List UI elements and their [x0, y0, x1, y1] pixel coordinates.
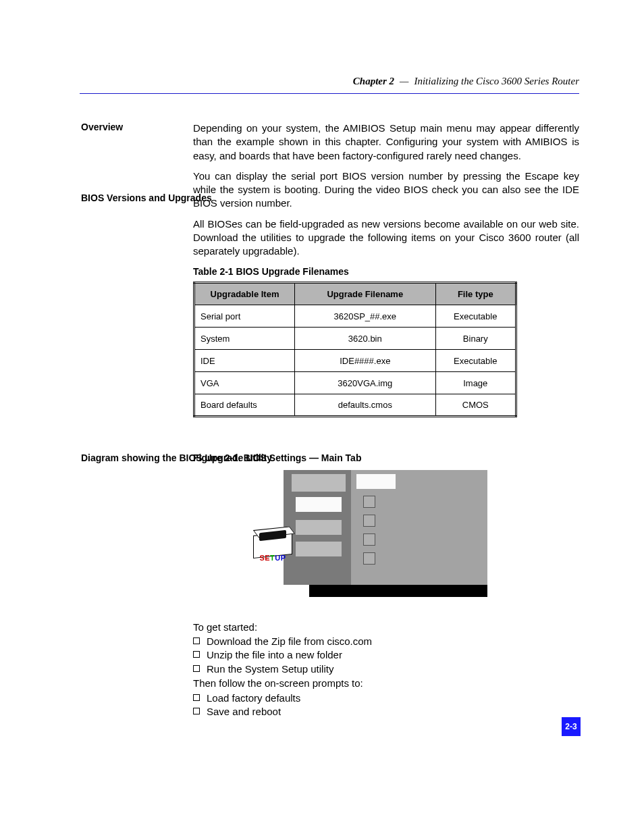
- table-cell: Binary: [435, 328, 516, 350]
- bullet-item: Download the Zip file from cisco.com: [193, 635, 372, 648]
- header-rule: [80, 93, 579, 94]
- header-sep: —: [400, 76, 408, 87]
- table-cell: CMOS: [435, 394, 516, 417]
- table-row: IDE IDE####.exe Executable: [194, 350, 516, 372]
- checkbox-icon: [193, 694, 200, 701]
- table-cell: IDE####.exe: [295, 350, 435, 372]
- diagram-tab: [292, 474, 346, 492]
- bullet-item: Unzip the file into a new folder: [193, 648, 372, 662]
- table-cell: 3620.bin: [295, 328, 435, 350]
- table-header-row: Upgradable Item Upgrade Filename File ty…: [194, 283, 516, 305]
- table-cell: IDE: [194, 350, 295, 372]
- diagram-button-2: [296, 520, 342, 535]
- bullet-group-1: Download the Zip file from cisco.com Unz…: [193, 635, 372, 676]
- table-header-1: Upgradable Item: [194, 283, 295, 305]
- diagram-checkbox-4: [363, 552, 375, 565]
- bios-diagram: [284, 470, 487, 602]
- bullet-text: Load factory defaults: [207, 692, 300, 705]
- table-cell: Image: [435, 372, 516, 394]
- diagram-checkbox-3: [363, 533, 375, 546]
- paragraph-2: You can display the serial port BIOS ver…: [193, 170, 579, 211]
- checkbox-icon: [193, 665, 200, 672]
- diagram-button-3: [296, 542, 342, 556]
- bullet-text: Save and reboot: [207, 705, 281, 719]
- table-cell: VGA: [194, 372, 295, 394]
- table-header-2: Upgrade Filename: [295, 283, 435, 305]
- checkbox-icon: [193, 637, 200, 644]
- bullet-item: Save and reboot: [193, 705, 300, 719]
- diagram-checkbox-1: [363, 496, 375, 508]
- table-cell: Executable: [435, 350, 516, 372]
- table-row: System 3620.bin Binary: [194, 328, 516, 350]
- table-cell: Executable: [435, 305, 516, 328]
- table-header-3: File type: [435, 283, 516, 305]
- bios-table: Upgradable Item Upgrade Filename File ty…: [193, 282, 517, 417]
- bullets-intro: To get started:: [193, 621, 257, 633]
- diagram-heading: [356, 474, 396, 489]
- table-cell: Board defaults: [194, 394, 295, 417]
- paragraph-1: Depending on your system, the AMIBIOS Se…: [193, 122, 579, 163]
- table-cell: System: [194, 328, 295, 350]
- section-label-bios: BIOS Versions and Upgrades: [81, 192, 212, 203]
- bullet-item: Run the System Setup utility: [193, 662, 372, 676]
- section-label-overview: Overview: [81, 122, 123, 132]
- table-cell: 3620VGA.img: [295, 372, 435, 394]
- bullets-middle-line: Then follow the on-screen prompts to:: [193, 677, 363, 689]
- setup-icon-label: SETUP: [253, 554, 292, 562]
- table-row: VGA 3620VGA.img Image: [194, 372, 516, 394]
- header-title: Initializing the Cisco 3600 Series Route…: [414, 76, 579, 87]
- table-row: Serial port 3620SP_##.exe Executable: [194, 305, 516, 328]
- bullet-text: Unzip the file into a new folder: [207, 648, 342, 662]
- diagram-button-1: [296, 497, 342, 512]
- checkbox-icon: [193, 651, 200, 658]
- table-caption: Table 2-1 BIOS Upgrade Filenames: [193, 266, 349, 277]
- bullet-text: Run the System Setup utility: [207, 662, 333, 676]
- diagram-footer: [309, 585, 487, 597]
- paragraph-3: All BIOSes can be field-upgraded as new …: [193, 217, 579, 259]
- diagram-checkbox-2: [363, 515, 375, 527]
- setup-icon: SETUP: [253, 533, 292, 567]
- bullet-item: Load factory defaults: [193, 692, 300, 705]
- table-row: Board defaults defaults.cmos CMOS: [194, 394, 516, 417]
- table-cell: defaults.cmos: [295, 394, 435, 417]
- setup-icon-device: [259, 530, 286, 541]
- checkbox-icon: [193, 708, 200, 714]
- header-chapter: Chapter 2: [353, 76, 394, 87]
- bullet-text: Download the Zip file from cisco.com: [207, 635, 372, 648]
- bullet-group-2: Load factory defaults Save and reboot: [193, 692, 300, 719]
- diagram-title: Figure 2-1. BIOS Settings — Main Tab: [193, 452, 361, 463]
- table-cell: Serial port: [194, 305, 295, 328]
- page-number-badge: 2-3: [562, 717, 581, 736]
- table-cell: 3620SP_##.exe: [295, 305, 435, 328]
